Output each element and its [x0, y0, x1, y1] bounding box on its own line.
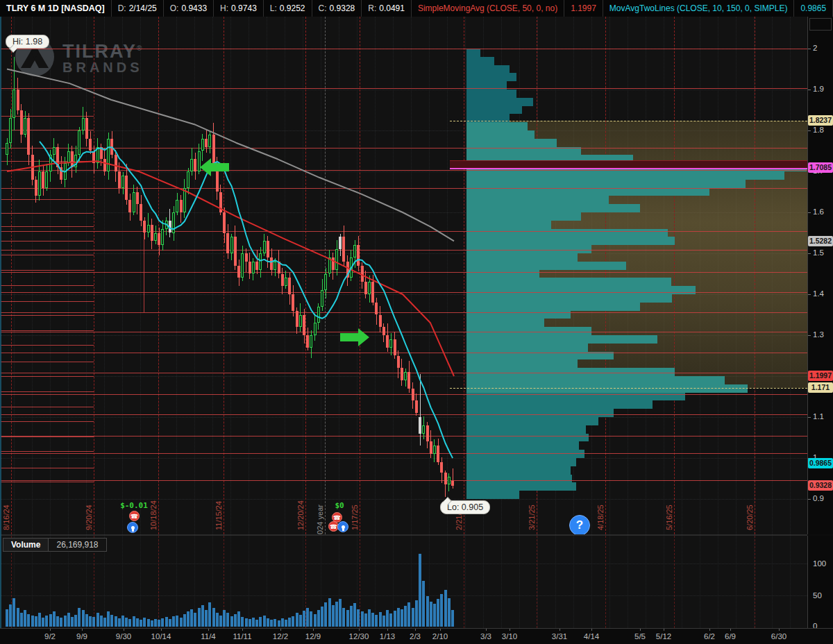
v-gridline	[267, 536, 267, 628]
chart-left-edge	[0, 17, 1, 628]
volume-bar	[368, 609, 371, 627]
volume-bar	[100, 616, 103, 627]
v-gridline	[664, 536, 664, 628]
readout-close: C: 0.9328	[312, 0, 362, 17]
price-tick-label: 1.3	[813, 330, 824, 339]
date-label: 9/9	[76, 632, 87, 641]
volume-bar	[255, 620, 258, 627]
volume-panel[interactable]: Volume 26,169,918	[0, 536, 807, 629]
volume-bar	[67, 613, 70, 627]
price-tick-mark	[808, 335, 811, 336]
date-tick-mark	[208, 629, 209, 631]
symbol-descriptor[interactable]: TLRY 6 M 1D [NASDAQ]	[0, 0, 112, 17]
expiration-line	[674, 536, 675, 628]
volume-bar	[379, 612, 382, 627]
price-bubble: 1.171	[808, 382, 833, 393]
earnings-call-icon[interactable]: ☎	[129, 511, 140, 521]
price-tick-label: 1.9	[813, 85, 824, 93]
date-label: 5/5	[634, 632, 646, 641]
right-arrow-drawing[interactable]	[340, 328, 369, 346]
volume-bar	[412, 608, 414, 627]
volume-bar	[92, 617, 95, 627]
volume-tick-label: 0	[813, 622, 817, 628]
price-tick-mark	[808, 499, 811, 500]
volume-bar	[451, 610, 454, 627]
price-tick-label: 1.5	[813, 248, 824, 257]
volume-bar	[187, 611, 190, 627]
volume-bar	[386, 610, 389, 627]
volume-bar	[361, 611, 364, 627]
date-tick-mark	[242, 629, 243, 631]
readout-label: R:	[368, 3, 376, 13]
price-tick-mark	[808, 49, 811, 49]
date-label: 11/11	[233, 632, 251, 641]
expiration-line	[158, 536, 159, 628]
date-tick-mark	[709, 629, 710, 631]
help-question-icon[interactable]: ?	[569, 515, 590, 536]
volume-study-label[interactable]: Volume	[3, 538, 49, 552]
volume-bar	[216, 613, 219, 627]
volume-bar	[60, 618, 62, 627]
volume-readout: 26,169,918	[49, 538, 106, 552]
volume-bar	[53, 611, 56, 627]
volume-bar	[208, 602, 211, 627]
volume-bar	[299, 615, 302, 627]
symbol-label: TLRY 6 M 1D [NASDAQ]	[6, 3, 105, 13]
v-gridline	[176, 536, 177, 628]
volume-bar	[342, 608, 345, 627]
v-gridline	[537, 536, 538, 628]
date-tick-mark	[359, 629, 360, 631]
volume-bar	[154, 619, 157, 627]
price-bubble: 0.9865	[808, 458, 833, 468]
study-movavg-readout1: 0.9865	[800, 3, 826, 13]
v-gridline	[646, 536, 646, 628]
study-sma50[interactable]: SimpleMovingAvg (CLOSE, 50, 0, no)	[412, 0, 564, 17]
volume-bar	[194, 613, 196, 627]
volume-bar	[430, 602, 432, 627]
v-gridline	[555, 536, 556, 628]
v-gridline	[285, 536, 285, 628]
volume-bar	[317, 610, 320, 627]
sma50-line	[7, 161, 454, 376]
left-arrow-drawing[interactable]	[200, 158, 229, 176]
date-label: 10/14	[151, 632, 171, 641]
volume-bar	[190, 609, 193, 627]
price-chart-area[interactable]: TILRAY® BRANDS Hi: 1.98 Lo: 0.905 $-0.01…	[0, 17, 807, 536]
readout-label: L:	[270, 3, 277, 13]
v-gridline	[573, 536, 574, 628]
volume-bar	[241, 617, 244, 627]
date-label: 2/3	[410, 632, 421, 641]
volume-bar	[161, 618, 164, 627]
volume-bar	[169, 619, 171, 627]
volume-bar	[147, 619, 150, 627]
v-gridline	[465, 536, 466, 628]
time-axis[interactable]: 9/29/99/3010/1411/411/1112/212/912/301/1…	[0, 628, 833, 644]
volume-bar	[223, 610, 226, 627]
low-price-tooltip: Lo: 0.905	[440, 500, 490, 514]
volume-axis[interactable]: 100500	[807, 536, 833, 628]
volume-bar	[433, 604, 436, 627]
readout-value: 0.9252	[280, 3, 305, 13]
v-gridline	[501, 536, 502, 628]
ma10-line	[40, 142, 453, 458]
idea-marker-icon[interactable]	[127, 522, 138, 533]
volume-bar	[35, 616, 37, 627]
volume-bar	[17, 608, 19, 627]
volume-bar	[419, 554, 421, 627]
idea-marker-icon[interactable]	[337, 521, 348, 532]
study-movavgtwolines[interactable]: MovAvgTwoLines (CLOSE, 10, 150, 0, SIMPL…	[603, 0, 795, 17]
volume-bar	[296, 613, 298, 627]
volume-bar	[335, 602, 338, 627]
date-tick-mark	[280, 629, 281, 631]
v-gridline	[609, 536, 610, 628]
volume-bar	[281, 618, 284, 627]
price-axis[interactable]: 21.91.81.71.61.51.41.31.21.110.91.82371.…	[807, 17, 833, 534]
date-tick-mark	[779, 629, 780, 631]
readout-value: 0.9433	[181, 3, 207, 13]
volume-bar	[394, 611, 396, 627]
date-tick-mark	[50, 629, 51, 631]
expiration-line	[755, 536, 755, 628]
volume-bar	[201, 605, 204, 627]
date-tick-mark	[591, 629, 592, 631]
volume-bar	[205, 610, 208, 627]
